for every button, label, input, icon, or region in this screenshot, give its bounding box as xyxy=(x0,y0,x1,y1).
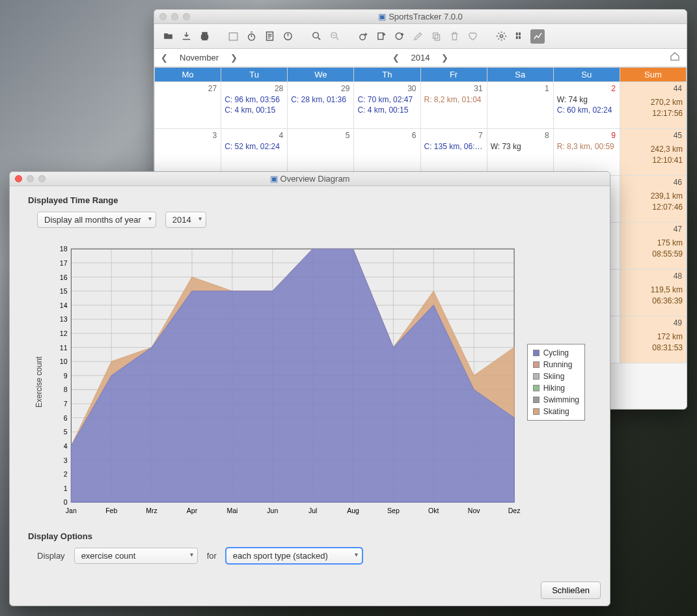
column-header: Sum xyxy=(620,68,686,82)
display-value-select[interactable]: exercise count xyxy=(74,548,198,564)
legend-item: Running xyxy=(533,359,579,371)
calendar-cell[interactable]: 6 xyxy=(354,129,420,176)
svg-text:7: 7 xyxy=(64,400,68,408)
calendar-cell[interactable]: 29C: 28 km, 01:36 xyxy=(288,82,354,129)
calendar-cell[interactable]: 31R: 8,2 km, 01:04 xyxy=(420,82,487,129)
calendar-cell[interactable]: 1 xyxy=(487,82,553,129)
minimize-dot[interactable] xyxy=(171,13,178,20)
range-title: Displayed Time Range xyxy=(28,195,610,205)
display-label: Display xyxy=(37,551,65,561)
svg-text:10: 10 xyxy=(60,357,68,365)
navbar: ❮ November ❯ ❮ 2014 ❯ xyxy=(154,49,687,67)
legend-item: Skiing xyxy=(533,371,579,382)
copy-icon[interactable] xyxy=(429,29,443,44)
main-titlebar: ▣SportsTracker 7.0.0 xyxy=(154,10,687,24)
dialog-title: Overview Diagram xyxy=(280,174,350,184)
prev-year-button[interactable]: ❮ xyxy=(392,53,400,63)
dialog-min-dot[interactable] xyxy=(27,175,34,182)
week-summary-cell: 45242,3 km12:10:41 xyxy=(620,129,686,176)
svg-rect-12 xyxy=(515,33,517,35)
heart-icon[interactable] xyxy=(465,29,480,44)
stopwatch-icon[interactable] xyxy=(244,29,258,44)
open-icon[interactable] xyxy=(161,29,175,44)
zoom-dot[interactable] xyxy=(183,13,190,20)
svg-point-11 xyxy=(500,35,502,37)
legend-item: Hiking xyxy=(533,382,579,394)
svg-text:1: 1 xyxy=(64,484,68,492)
svg-text:0: 0 xyxy=(64,498,68,506)
svg-text:2: 2 xyxy=(64,470,68,478)
save-icon[interactable] xyxy=(179,29,193,44)
stats-icon[interactable] xyxy=(512,29,526,44)
svg-rect-9 xyxy=(433,33,437,39)
home-icon[interactable] xyxy=(670,51,680,64)
legend-item: Swimming xyxy=(533,394,579,406)
options-title: Display Options xyxy=(28,531,610,541)
dialog-titlebar: ▣Overview Diagram xyxy=(10,172,610,186)
for-value-select[interactable]: each sport type (stacked) xyxy=(226,548,362,564)
svg-point-4 xyxy=(312,33,318,38)
svg-text:Feb: Feb xyxy=(105,506,117,514)
svg-rect-14 xyxy=(515,36,517,39)
next-year-button[interactable]: ❯ xyxy=(441,53,448,63)
week-summary-cell: 46239,1 km12:07:46 xyxy=(620,176,686,223)
svg-text:3: 3 xyxy=(64,456,68,464)
column-header: Mo xyxy=(155,68,221,82)
zoom-in-icon[interactable] xyxy=(309,29,323,44)
svg-text:5: 5 xyxy=(64,428,68,436)
next-month-button[interactable]: ❯ xyxy=(230,53,238,63)
calendar-cell[interactable]: 27 xyxy=(155,82,221,129)
edit-icon[interactable] xyxy=(411,29,425,44)
close-button[interactable]: Schließen xyxy=(541,581,601,599)
settings-icon[interactable] xyxy=(494,29,508,44)
svg-text:9: 9 xyxy=(64,372,68,380)
calendar-cell[interactable]: 30C: 70 km, 02:47C: 4 km, 00:15 xyxy=(354,82,420,129)
calendar-cell[interactable]: 7C: 135 km, 06:… xyxy=(420,129,487,176)
range-select[interactable]: Display all months of year xyxy=(37,212,156,228)
calendar-cell[interactable]: 3 xyxy=(155,129,221,176)
svg-text:17: 17 xyxy=(60,259,68,267)
svg-text:12: 12 xyxy=(60,329,68,337)
note-icon[interactable] xyxy=(262,29,277,44)
dialog-close-dot[interactable] xyxy=(15,175,22,182)
add-exercise-icon[interactable] xyxy=(356,29,370,44)
svg-text:16: 16 xyxy=(60,273,68,281)
year-select[interactable]: 2014 xyxy=(165,212,206,228)
calendar-cell[interactable]: 5 xyxy=(288,129,354,176)
calendar-cell[interactable]: 8W: 73 kg xyxy=(487,129,553,176)
for-label: for xyxy=(207,551,217,561)
svg-text:Mai: Mai xyxy=(226,506,238,514)
svg-text:Nov: Nov xyxy=(468,506,480,514)
dialog-zoom-dot[interactable] xyxy=(38,175,46,182)
close-dot[interactable] xyxy=(159,13,167,20)
chart-legend: CyclingRunningSkiingHikingSwimmingSkatin… xyxy=(527,344,585,421)
calendar-cell[interactable]: 4C: 52 km, 02:24 xyxy=(221,129,288,176)
add-weight-icon[interactable] xyxy=(392,29,407,44)
prev-month-button[interactable]: ❮ xyxy=(161,53,168,63)
column-header: Sa xyxy=(487,68,553,82)
column-header: Fr xyxy=(420,68,487,82)
calendar-icon[interactable] xyxy=(226,29,240,44)
calendar-cell[interactable]: 28C: 96 km, 03:56C: 4 km, 00:15 xyxy=(221,82,288,129)
svg-text:Sep: Sep xyxy=(387,506,400,514)
svg-rect-10 xyxy=(435,35,439,40)
calendar-cell[interactable]: 2W: 74 kgC: 60 km, 02:24 xyxy=(553,82,620,129)
svg-rect-15 xyxy=(519,36,521,39)
svg-text:Mrz: Mrz xyxy=(146,506,157,514)
power-icon[interactable] xyxy=(280,29,295,44)
legend-item: Skating xyxy=(533,406,579,417)
week-summary-cell: 47175 km08:55:59 xyxy=(620,223,686,270)
svg-text:Dez: Dez xyxy=(508,506,521,514)
zoom-out-icon[interactable] xyxy=(327,29,342,44)
toolbar xyxy=(154,24,687,49)
add-note-icon[interactable] xyxy=(374,29,389,44)
week-summary-cell: 48119,5 km06:36:39 xyxy=(620,270,686,316)
svg-rect-13 xyxy=(519,33,521,35)
print-icon[interactable] xyxy=(197,29,212,44)
svg-text:18: 18 xyxy=(60,245,68,253)
chart-icon[interactable] xyxy=(530,29,545,44)
svg-text:Jun: Jun xyxy=(267,506,278,514)
calendar-cell[interactable]: 9R: 8,3 km, 00:59 xyxy=(553,129,620,176)
week-summary-cell: 44270,2 km12:17:56 xyxy=(620,82,686,129)
delete-icon[interactable] xyxy=(447,29,461,44)
